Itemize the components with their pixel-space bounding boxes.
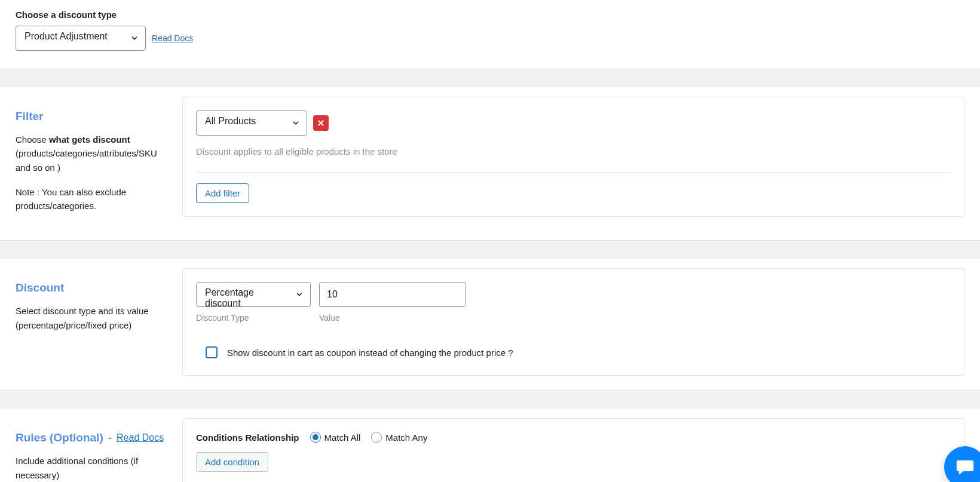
divider <box>196 172 951 173</box>
discount-type-select[interactable]: Product Adjustment <box>16 26 146 51</box>
filter-desc-post: (products/categories/attributes/SKU and … <box>16 148 157 172</box>
dash: - <box>108 431 112 444</box>
filter-desc: Choose what gets discount (products/cate… <box>16 133 170 174</box>
discount-type-panel: Choose a discount type Product Adjustmen… <box>0 0 980 69</box>
rules-read-docs-link[interactable]: Read Docs <box>117 432 164 443</box>
show-as-coupon-label: Show discount in cart as coupon instead … <box>227 348 513 358</box>
discount-type-select-2[interactable]: Percentage discount <box>196 282 311 307</box>
match-all-option[interactable]: Match All <box>310 432 361 443</box>
filter-note: Note : You can also exclude products/cat… <box>16 185 170 213</box>
discount-title: Discount <box>16 281 170 294</box>
rules-side: Rules (Optional) - Read Docs Include add… <box>0 418 182 482</box>
chat-icon <box>955 457 975 477</box>
filter-panel: Filter Choose what gets discount (produc… <box>0 87 980 241</box>
rules-title-row: Rules (Optional) - Read Docs <box>16 431 170 444</box>
discount-type-select-wrap: Product Adjustment <box>16 26 146 51</box>
discount-type-row: Product Adjustment Read Docs <box>16 26 964 51</box>
discount-type-sublabel: Discount Type <box>196 313 311 323</box>
match-all-label: Match All <box>324 432 361 443</box>
conditions-relationship-label: Conditions Relationship <box>196 432 299 443</box>
filter-desc-strong: what gets discount <box>49 134 130 145</box>
discount-type-field: Percentage discount Discount Type <box>196 282 311 323</box>
coupon-checkbox-row: Show discount in cart as coupon instead … <box>196 346 951 358</box>
show-as-coupon-checkbox[interactable] <box>206 346 218 358</box>
close-icon <box>317 119 325 127</box>
filter-side: Filter Choose what gets discount (produc… <box>0 97 182 226</box>
rules-main: Conditions Relationship Match All Match … <box>182 418 964 482</box>
filter-select-row: All Products <box>196 110 951 136</box>
add-filter-button[interactable]: Add filter <box>196 183 249 203</box>
discount-value-sublabel: Value <box>319 313 466 323</box>
rules-title: Rules (Optional) <box>16 431 103 444</box>
discount-value-field: Value <box>319 282 466 323</box>
conditions-relationship-row: Conditions Relationship Match All Match … <box>196 432 951 443</box>
add-condition-button[interactable]: Add condition <box>196 452 268 472</box>
rules-panel: Rules (Optional) - Read Docs Include add… <box>0 409 980 482</box>
discount-side: Discount Select discount type and its va… <box>0 268 182 345</box>
filter-scope-select[interactable]: All Products <box>196 110 307 136</box>
filter-title: Filter <box>16 110 170 123</box>
read-docs-link[interactable]: Read Docs <box>152 33 193 43</box>
match-any-option[interactable]: Match Any <box>371 432 427 443</box>
discount-value-input[interactable] <box>319 282 466 307</box>
discount-main: Percentage discount Discount Type Value … <box>182 268 964 376</box>
discount-fields-row: Percentage discount Discount Type Value <box>196 282 951 323</box>
match-any-label: Match Any <box>385 432 427 443</box>
filter-scope-select-wrap: All Products <box>196 110 307 136</box>
match-all-radio[interactable] <box>310 432 321 443</box>
discount-desc: Select discount type and its value (perc… <box>16 304 170 332</box>
filter-desc-pre: Choose <box>16 134 49 145</box>
filter-hint: Discount applies to all eligible product… <box>196 146 951 156</box>
rules-desc: Include additional conditions (if necess… <box>16 454 170 482</box>
match-any-radio[interactable] <box>371 432 382 443</box>
discount-type-label: Choose a discount type <box>16 10 964 20</box>
filter-main: All Products Discount applies to all eli… <box>182 97 964 217</box>
discount-panel: Discount Select discount type and its va… <box>0 259 980 391</box>
remove-filter-button[interactable] <box>313 115 329 131</box>
